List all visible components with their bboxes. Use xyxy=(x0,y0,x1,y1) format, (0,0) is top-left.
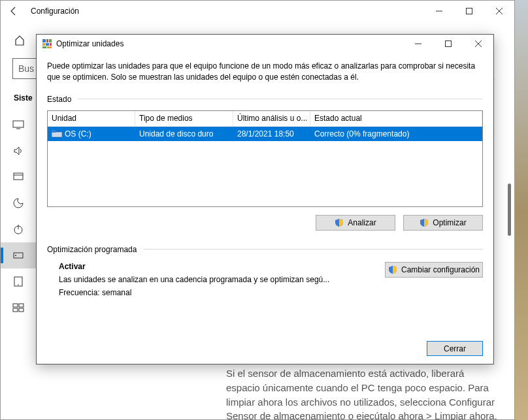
table-header: Unidad Tipo de medios Último análisis u … xyxy=(48,111,482,127)
sound-icon xyxy=(12,145,24,157)
svg-rect-4 xyxy=(13,121,24,127)
opt-minimize-button[interactable] xyxy=(403,33,433,54)
change-settings-label: Cambiar configuración xyxy=(401,265,480,274)
analyze-button[interactable]: Analizar xyxy=(316,215,395,231)
svg-rect-17 xyxy=(19,308,24,312)
analyze-label: Analizar xyxy=(348,218,376,227)
row-current-state: Correcto (0% fragmentado) xyxy=(310,129,482,138)
svg-rect-6 xyxy=(14,173,23,180)
svg-rect-23 xyxy=(50,43,52,46)
optimize-label: Optimizar xyxy=(433,218,466,227)
row-media-type: Unidad de disco duro xyxy=(135,129,233,138)
schedule-description: Las unidades se analizan en una cadencia… xyxy=(59,275,372,284)
focus-icon xyxy=(12,197,24,209)
col-header-drive[interactable]: Unidad xyxy=(48,111,135,126)
storage-sense-paragraph: Si el sensor de almacenamiento está acti… xyxy=(226,366,501,420)
table-row[interactable]: OS (C:) Unidad de disco duro 28/1/2021 1… xyxy=(48,127,482,141)
tablet-icon xyxy=(12,276,24,287)
opt-intro-text: Puede optimizar las unidades para que el… xyxy=(47,61,483,83)
svg-rect-16 xyxy=(13,308,18,312)
divider xyxy=(78,99,483,99)
close-label: Cerrar xyxy=(444,344,466,353)
settings-close-button[interactable] xyxy=(484,1,514,22)
svg-point-11 xyxy=(15,255,16,256)
storage-icon xyxy=(12,250,24,261)
defrag-icon xyxy=(42,39,52,49)
scrollbar-thumb[interactable] xyxy=(508,184,511,236)
settings-window-title: Configuración xyxy=(31,7,79,16)
opt-titlebar: Optimizar unidades xyxy=(37,35,493,53)
svg-rect-1 xyxy=(467,8,472,14)
svg-rect-19 xyxy=(46,39,48,42)
opt-close-button[interactable] xyxy=(463,33,493,54)
svg-rect-21 xyxy=(42,43,45,46)
multitask-icon xyxy=(12,302,24,314)
svg-point-13 xyxy=(18,284,19,285)
svg-rect-20 xyxy=(49,39,52,42)
opt-window-title: Optimizar unidades xyxy=(56,39,124,48)
svg-rect-24 xyxy=(42,46,46,48)
schedule-state-title: Activar xyxy=(59,262,372,271)
schedule-frequency: Frecuencia: semanal xyxy=(59,288,372,297)
svg-rect-30 xyxy=(52,132,62,137)
settings-maximize-button[interactable] xyxy=(454,1,484,22)
change-settings-button[interactable]: Cambiar configuración xyxy=(385,262,483,278)
svg-rect-15 xyxy=(19,304,24,307)
svg-rect-31 xyxy=(52,130,56,133)
drives-table: Unidad Tipo de medios Último análisis u … xyxy=(47,110,483,207)
settings-titlebar: Configuración xyxy=(1,1,514,22)
state-section-label: Estado xyxy=(47,95,71,104)
svg-rect-14 xyxy=(13,304,18,307)
close-button[interactable]: Cerrar xyxy=(427,341,483,356)
drive-icon xyxy=(52,130,62,138)
svg-rect-25 xyxy=(47,46,52,48)
opt-maximize-button[interactable] xyxy=(433,33,463,54)
display-icon xyxy=(12,119,24,131)
svg-rect-22 xyxy=(46,43,49,46)
svg-rect-27 xyxy=(446,41,452,47)
optimize-drives-window: Optimizar unidades Puede optimizar las u… xyxy=(36,34,494,364)
search-placeholder-text: Bus xyxy=(18,63,34,74)
col-header-type[interactable]: Tipo de medios xyxy=(135,111,233,126)
col-header-last[interactable]: Último análisis u o... xyxy=(233,111,310,126)
power-icon xyxy=(12,223,24,235)
col-header-state[interactable]: Estado actual xyxy=(310,111,482,126)
optimize-button[interactable]: Optimizar xyxy=(403,215,483,231)
divider xyxy=(143,249,483,250)
desktop-background xyxy=(515,0,528,420)
back-button[interactable] xyxy=(7,5,20,18)
schedule-section-label: Optimización programada xyxy=(47,245,137,254)
svg-rect-18 xyxy=(42,39,46,42)
settings-minimize-button[interactable] xyxy=(424,1,454,22)
row-drive-name: OS (C:) xyxy=(65,129,91,138)
shield-icon xyxy=(335,218,344,227)
shield-icon xyxy=(420,218,429,227)
shield-icon xyxy=(388,265,397,274)
row-last-run: 28/1/2021 18:50 xyxy=(233,129,310,138)
home-icon[interactable] xyxy=(14,35,25,46)
notifications-icon xyxy=(12,171,24,183)
